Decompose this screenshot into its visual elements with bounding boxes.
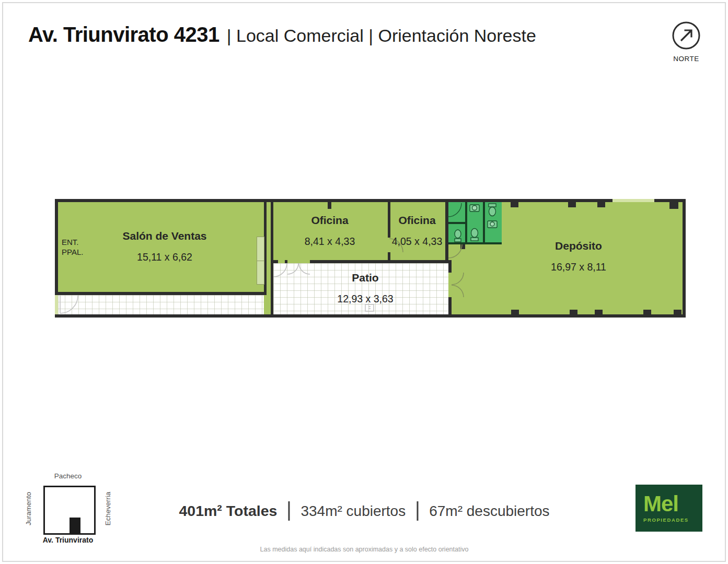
main-entrance-label: ENT. PPAL. [62, 238, 83, 257]
room-oficina-1: Oficina 8,41 x 4,33 [305, 214, 355, 248]
room-name: Oficina [392, 214, 443, 227]
room-name: Oficina [305, 214, 355, 227]
floor-plan: ENT. PPAL. Salón de Ventas 15,11 x 6,62 … [55, 199, 686, 318]
room-deposito: Depósito 16,97 x 8,11 [551, 240, 606, 273]
property-address: Av. Triunvirato 4231 [28, 23, 219, 46]
street-label-south: Av. Triunvirato [43, 536, 93, 544]
wall-patio-right-b [448, 297, 452, 314]
wall-oficina2-right [445, 202, 448, 263]
uncovered-area: 67m² descubiertos [429, 503, 549, 520]
column-mark [643, 310, 651, 314]
room-dimensions: 4,05 x 4,33 [392, 236, 443, 248]
bathroom-wall [483, 202, 485, 243]
column-mark [595, 310, 603, 314]
column-mark [460, 244, 465, 249]
room-dimensions: 15,11 x 6,62 [122, 251, 206, 263]
closet [257, 237, 264, 285]
agency-brand: Mel [643, 494, 702, 514]
room-name: Depósito [551, 240, 606, 252]
north-arrow-icon [671, 20, 702, 51]
column-mark [511, 202, 518, 207]
bathroom-wall [447, 222, 466, 224]
column-mark [674, 310, 681, 314]
window-left-entry [55, 295, 58, 314]
room-name: Salón de Ventas [122, 230, 206, 242]
area-stats: 401m² Totales 334m² cubiertos 67m² descu… [179, 501, 549, 521]
room-patio: Patio 12,93 x 3,63 [337, 272, 393, 305]
page-title: Av. Triunvirato 4231 | Local Comercial |… [28, 23, 536, 46]
street-label-east: Echeverria [104, 492, 112, 526]
column-mark [568, 202, 576, 207]
location-map: Pacheco Juramento Echeverria Av. Triunvi… [21, 469, 136, 553]
disclaimer-text: Las medidas aquí indicadas son aproximad… [260, 546, 469, 553]
city-block-outline [43, 486, 96, 535]
room-salon: Salón de Ventas 15,11 x 6,62 [122, 230, 206, 263]
wall-patio-right-a [448, 260, 452, 273]
north-label: NORTE [670, 55, 702, 63]
column-mark [328, 202, 331, 209]
entrance-line1: ENT. [62, 238, 83, 248]
covered-area: 334m² cubiertos [301, 503, 406, 520]
closet-shelf-line [257, 261, 264, 261]
column-mark [669, 202, 678, 209]
room-dimensions: 12,93 x 3,63 [337, 293, 393, 305]
property-marker [70, 518, 80, 533]
street-label-north: Pacheco [54, 472, 82, 480]
bathroom-wall [447, 242, 502, 244]
wall-oficina-divider [388, 202, 390, 238]
column-mark [570, 310, 577, 314]
north-indicator: NORTE [670, 20, 702, 63]
wall-patio-top-b [285, 260, 287, 263]
stats-divider [288, 501, 290, 521]
sidewalk-entry-area [58, 295, 264, 314]
column-mark [597, 202, 605, 207]
entrance-line2: PPAL. [62, 248, 83, 257]
total-area: 401m² Totales [179, 502, 277, 520]
wall-salon-bottom [58, 292, 267, 295]
wall-patio-top-c [310, 260, 448, 263]
room-name: Patio [337, 272, 393, 284]
street-label-west: Juramento [25, 492, 32, 525]
agency-tagline: PROPIEDADES [643, 517, 702, 523]
wall-corridor-right [271, 202, 273, 314]
room-dimensions: 8,41 x 4,33 [305, 236, 355, 248]
property-subtitle: | Local Comercial | Orientación Noreste [227, 26, 536, 46]
wall-patio-top-a [271, 260, 278, 263]
room-oficina-2: Oficina 4,05 x 4,33 [392, 214, 443, 248]
window-top-right [613, 199, 654, 202]
agency-logo: Mel PROPIEDADES [635, 485, 702, 532]
stats-divider [417, 501, 418, 521]
door-arc [452, 273, 464, 297]
column-mark [511, 310, 519, 314]
room-dimensions: 16,97 x 8,11 [551, 261, 606, 273]
